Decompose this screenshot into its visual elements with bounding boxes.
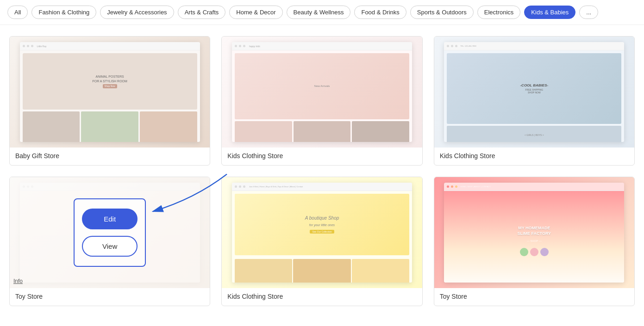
edit-button[interactable]: Edit [82,209,138,229]
filter-btn-all[interactable]: All [7,6,28,19]
card-baby-gift-label: Baby Gift Store [10,148,210,165]
card-toy-store-2-label: Toy Store [434,288,634,306]
card-kids-clothing-3-label: Kids Clothing Store [222,288,422,306]
card-kids-clothing-3-thumb: Just 4 Kids | Home | Boys & Girls | Toys… [222,177,422,288]
filter-btn-beauty[interactable]: Beauty & Wellness [287,6,351,19]
filter-btn-home[interactable]: Home & Decor [229,6,282,19]
card-toy-store-1-thumb: BDA Edit View Info [10,177,210,288]
filter-btn-fashion[interactable]: Fashion & Clothing [31,6,96,19]
card-kids-clothing-2-thumb: TEL. 123-456-7890 -COOL BABIES- FREE SHI… [434,37,634,148]
card-kids-clothing-1-thumb: happy kids New Arrivals [222,37,422,148]
view-button[interactable]: View [82,236,138,257]
mock-slime-site: HOME | SHOP | ABOUT | CONTACT MY HOMEMAD… [444,183,624,283]
filter-btn-jewelry[interactable]: Jewelry & Accessories [100,6,174,19]
filter-btn-arts[interactable]: Arts & Crafts [178,6,226,19]
info-link[interactable]: Info [13,278,23,284]
card-kids-clothing-1[interactable]: happy kids New Arrivals [221,36,422,166]
mock-baby-site: Little Ray ANIMAL POSTERSFOR A STYLISH R… [20,42,200,142]
mock-boutique-site: Just 4 Kids | Home | Boys & Girls | Toys… [232,183,412,283]
card-kids-clothing-2-label: Kids Clothing Store [434,148,634,165]
filter-bar: All Fashion & Clothing Jewelry & Accesso… [0,0,644,25]
mock-happy-site: happy kids New Arrivals [232,42,412,142]
card-kids-clothing-2[interactable]: TEL. 123-456-7890 -COOL BABIES- FREE SHI… [434,36,635,166]
filter-btn-food[interactable]: Food & Drinks [354,6,406,19]
filter-btn-sports[interactable]: Sports & Outdoors [410,6,474,19]
card-baby-gift-thumb: Little Ray ANIMAL POSTERSFOR A STYLISH R… [10,37,210,148]
card-kids-clothing-1-label: Kids Clothing Store [222,148,422,165]
cards-grid: Little Ray ANIMAL POSTERSFOR A STYLISH R… [0,25,644,317]
card-toy-store-1[interactable]: BDA Edit View Info Toy Store [9,177,210,306]
card-toy-store-2[interactable]: HOME | SHOP | ABOUT | CONTACT MY HOMEMAD… [434,177,635,306]
mock-cool-site: TEL. 123-456-7890 -COOL BABIES- FREE SHI… [444,42,624,142]
card-toy-store-2-thumb: HOME | SHOP | ABOUT | CONTACT MY HOMEMAD… [434,177,634,288]
card-kids-clothing-3[interactable]: Just 4 Kids | Home | Boys & Girls | Toys… [221,177,422,306]
filter-btn-more[interactable]: ... [579,6,598,19]
card-baby-gift[interactable]: Little Ray ANIMAL POSTERSFOR A STYLISH R… [9,36,210,166]
filter-btn-electronics[interactable]: Electronics [477,6,521,19]
card-toy-overlay: Edit View [10,177,210,288]
card-toy-store-1-label: Toy Store [10,288,210,306]
cards-grid-wrapper: Little Ray ANIMAL POSTERSFOR A STYLISH R… [0,25,644,317]
filter-btn-kids[interactable]: Kids & Babies [524,6,575,19]
